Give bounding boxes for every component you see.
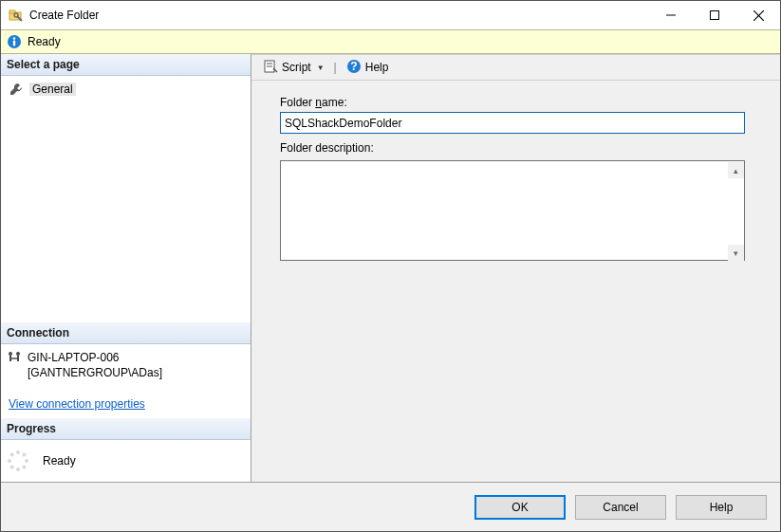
svg-point-10: [9, 352, 12, 356]
svg-line-5: [753, 10, 764, 21]
page-item-general[interactable]: General: [5, 80, 247, 99]
maximize-button[interactable]: [693, 1, 736, 29]
connection-server: GIN-LAPTOP-006: [28, 350, 162, 365]
status-text: Ready: [28, 35, 61, 48]
scroll-up-button[interactable]: ▴: [728, 162, 744, 178]
progress-header: Progress: [1, 418, 251, 440]
maximize-icon: [710, 10, 719, 20]
toolbar-separator: |: [334, 61, 337, 74]
progress-section: Progress Ready: [1, 418, 251, 482]
connection-text: GIN-LAPTOP-006 [GANTNERGROUP\ADas]: [28, 350, 162, 380]
progress-status: Ready: [43, 454, 76, 468]
minimize-icon: [666, 10, 676, 20]
script-button[interactable]: Script ▼: [259, 57, 328, 79]
folder-name-input[interactable]: [280, 112, 745, 134]
svg-point-20: [10, 465, 14, 468]
button-bar: OK Cancel Help: [1, 482, 780, 531]
svg-point-21: [8, 459, 11, 463]
form-area: Folder name: Folder description: ▴ ▾: [251, 81, 780, 279]
folder-description-label: Folder description:: [280, 141, 752, 155]
folder-description-textarea[interactable]: [280, 160, 745, 261]
chevron-down-icon: ▼: [317, 64, 325, 72]
svg-rect-9: [13, 41, 15, 46]
close-button[interactable]: [736, 1, 780, 29]
scroll-down-button[interactable]: ▾: [728, 245, 744, 261]
body-area: Select a page General Connection: [1, 54, 780, 482]
svg-point-17: [25, 459, 28, 463]
connection-section: Connection GIN-LAPTOP-006 [GANTNERGROUP\…: [1, 322, 251, 418]
svg-point-19: [16, 468, 20, 471]
left-pane: Select a page General Connection: [1, 54, 251, 482]
view-connection-properties-link[interactable]: View connection properties: [9, 397, 145, 411]
svg-text:?: ?: [350, 60, 357, 73]
cancel-button[interactable]: Cancel: [575, 495, 666, 520]
svg-line-6: [753, 10, 764, 21]
page-list: General: [1, 76, 251, 99]
page-item-label: General: [29, 83, 76, 96]
svg-rect-4: [711, 11, 719, 20]
connection-user: [GANTNERGROUP\ADas]: [28, 365, 162, 380]
titlebar: Create Folder: [1, 1, 780, 29]
ok-button[interactable]: OK: [474, 495, 566, 520]
script-icon: [263, 59, 278, 77]
server-icon: [7, 351, 22, 366]
svg-point-18: [22, 465, 26, 468]
connection-header: Connection: [1, 322, 251, 344]
svg-point-16: [22, 453, 26, 457]
help-icon: ?: [346, 59, 362, 77]
folder-name-label: Folder name:: [280, 96, 752, 109]
status-bar: Ready: [1, 29, 780, 54]
toolbar: Script ▼ | ? Help: [251, 54, 780, 81]
svg-point-11: [16, 352, 20, 356]
wrench-icon: [9, 82, 24, 97]
window-title: Create Folder: [29, 9, 99, 22]
minimize-button[interactable]: [649, 1, 693, 29]
create-folder-dialog: Create Folder Ready Select a page Ge: [0, 0, 781, 532]
close-icon: [753, 10, 764, 21]
select-page-header: Select a page: [1, 54, 251, 76]
svg-rect-1: [9, 10, 15, 13]
svg-point-8: [13, 37, 16, 40]
svg-point-15: [16, 450, 20, 454]
info-icon: [7, 34, 22, 49]
progress-spinner-icon: [7, 449, 29, 472]
right-pane: Script ▼ | ? Help Folder name: Folder de…: [251, 54, 780, 482]
help-toolbar-label: Help: [365, 61, 389, 74]
help-button[interactable]: Help: [676, 495, 767, 520]
folder-wrench-icon: [9, 8, 24, 23]
help-toolbar-button[interactable]: ? Help: [343, 57, 393, 79]
svg-point-22: [10, 453, 14, 457]
script-label: Script: [282, 61, 311, 74]
